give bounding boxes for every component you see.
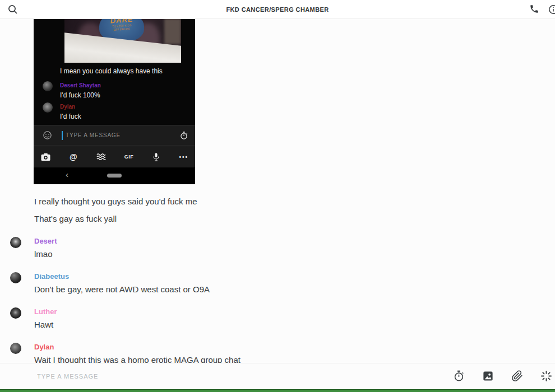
message-text: Don't be gay, were not AWD west coast or… — [34, 284, 210, 295]
embed-sender-name: Dylan — [60, 104, 75, 110]
camera-icon — [40, 152, 51, 162]
timer-icon — [179, 131, 188, 140]
back-icon: ‹ — [66, 170, 68, 179]
messenger-window: FKD CANCER/SPERG CHAMBER DARE TO KEEP KI… — [0, 0, 555, 392]
composer-icons — [436, 370, 553, 382]
avatar[interactable] — [10, 237, 21, 248]
sketch-icon — [96, 152, 106, 161]
embed-message-text: I mean you could always have this — [60, 67, 163, 75]
message-input[interactable] — [36, 372, 436, 380]
avatar — [43, 81, 53, 91]
call-icon[interactable] — [529, 4, 540, 15]
file-attach-icon[interactable] — [511, 370, 524, 382]
conversation-header: FKD CANCER/SPERG CHAMBER — [0, 0, 555, 19]
message-group: Diabeetus Don't be gay, were not AWD wes… — [10, 271, 555, 295]
text-cursor — [62, 131, 63, 140]
composer-bar — [0, 363, 555, 389]
avatar[interactable] — [10, 272, 21, 283]
image-message-screenshot[interactable]: DARE TO KEEP KIDS OFF DRUGS I mean you c… — [34, 18, 195, 184]
sender-name: Desert — [34, 237, 57, 245]
embed-message-text: I'd fuck 100% — [60, 91, 100, 99]
conversation-title: FKD CANCER/SPERG CHAMBER — [0, 0, 555, 18]
image-attach-icon[interactable] — [482, 370, 494, 382]
mic-icon — [152, 152, 160, 162]
sender-name: Luther — [34, 307, 57, 316]
message-text: I really thought you guys said you'd fuc… — [34, 197, 555, 207]
embed-android-navbar: ‹ — [34, 167, 195, 184]
embed-composer-placeholder: TYPE A MESSAGE — [66, 132, 121, 138]
embed-composer: TYPE A MESSAGE — [34, 125, 195, 146]
emoji-icon — [43, 130, 52, 140]
gif-icon: GIF — [124, 154, 134, 160]
embed-toolbar: @ GIF ••• — [34, 146, 195, 167]
avatar — [43, 102, 53, 113]
conversation-info-icon[interactable] — [548, 4, 555, 15]
avatar[interactable] — [10, 307, 21, 319]
message-text: That's gay as fuck yall — [34, 214, 555, 224]
photo-in-screenshot: DARE TO KEEP KIDS OFF DRUGS — [64, 18, 181, 63]
embed-message-text: I'd fuck — [60, 113, 81, 120]
bottom-green-indicator — [0, 389, 555, 392]
photo-shape — [164, 18, 181, 44]
embed-sender-name: Desert Shaytan — [60, 82, 101, 88]
message-group: Dylan Wait I thought this was a homo ero… — [10, 342, 555, 363]
message-group: Luther Hawt — [10, 306, 555, 330]
timed-message-icon[interactable] — [453, 370, 465, 382]
message-text: lmao — [34, 249, 57, 259]
message-text: Wait I thought this was a homo erotic MA… — [34, 355, 240, 363]
message-text: Hawt — [34, 320, 57, 330]
mention-icon: @ — [70, 152, 77, 161]
sender-name: Diabeetus — [34, 272, 210, 281]
avatar[interactable] — [10, 343, 21, 354]
sender-name: Dylan — [34, 343, 240, 351]
message-group: Desert lmao — [10, 236, 555, 259]
ping-icon[interactable] — [540, 370, 553, 382]
message-list[interactable]: DARE TO KEEP KIDS OFF DRUGS I mean you c… — [0, 18, 555, 363]
more-options-icon: ••• — [179, 154, 188, 160]
home-pill — [107, 174, 122, 178]
